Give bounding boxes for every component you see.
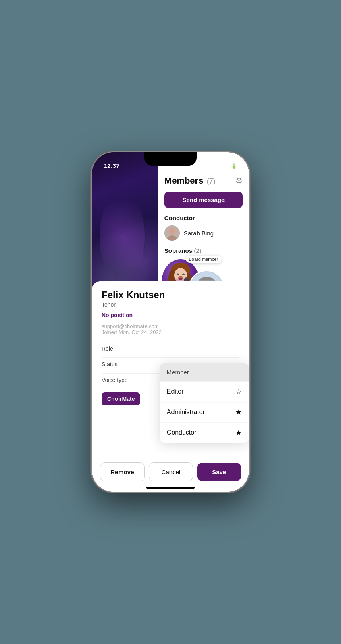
profile-email: support@choirmate.com xyxy=(102,323,239,329)
status-time: 12:37 xyxy=(104,162,119,169)
signal-icon: ●●● xyxy=(212,163,220,169)
dropdown-item-administrator[interactable]: Administrator ★ xyxy=(160,402,249,422)
members-header: Members (7) ⚙ xyxy=(164,175,243,186)
svg-point-1 xyxy=(169,228,175,234)
settings-icon[interactable]: ⚙ xyxy=(235,176,243,186)
notch xyxy=(144,152,197,166)
svg-point-8 xyxy=(177,274,179,275)
dropdown-item-conductor[interactable]: Conductor ★ xyxy=(160,422,249,443)
sarah-bing-name: Sarah Bing xyxy=(184,230,214,237)
conductor-star-icon: ★ xyxy=(235,428,242,437)
profile-detail-name: Felix Knutsen xyxy=(102,289,239,301)
conductor-label: Conductor xyxy=(167,429,197,436)
remove-button[interactable]: Remove xyxy=(100,462,145,481)
send-message-button[interactable]: Send message xyxy=(164,192,243,208)
members-count: (7) xyxy=(207,177,216,185)
profile-joined: Joined Mon, Oct 24, 2022 xyxy=(102,329,239,335)
dropdown-item-editor[interactable]: Editor ☆ xyxy=(160,381,249,402)
status-label: Status xyxy=(102,361,134,367)
administrator-star-icon: ★ xyxy=(235,408,242,417)
dropdown-current-value: Member xyxy=(160,363,249,381)
conductor-section-label: Conductor xyxy=(164,215,243,221)
choirmate-badge: ChoirMate xyxy=(102,392,140,405)
divider-1 xyxy=(102,342,239,342)
board-member-badge: Board member xyxy=(186,256,222,263)
administrator-label: Administrator xyxy=(167,409,205,416)
editor-label: Editor xyxy=(167,388,184,395)
conductor-member[interactable]: Sarah Bing xyxy=(164,225,243,241)
members-title: Members (7) xyxy=(164,175,216,186)
sarah-avatar-image xyxy=(164,225,180,241)
save-button[interactable]: Save xyxy=(197,463,241,481)
sarah-bing-avatar xyxy=(164,225,180,241)
no-position-label: No position xyxy=(102,312,239,318)
home-indicator[interactable] xyxy=(146,487,195,489)
svg-point-9 xyxy=(182,274,185,275)
profile-voice-type: Tenor xyxy=(102,301,239,308)
battery-icon: 🔋 xyxy=(231,163,237,169)
wifi-icon xyxy=(223,163,229,169)
editor-star-icon: ☆ xyxy=(235,387,242,396)
sopranos-section-label: Sopranos (2) xyxy=(164,247,243,254)
members-title-text: Members xyxy=(164,175,204,186)
role-dropdown[interactable]: Member Editor ☆ Administrator ★ Conducto… xyxy=(160,363,249,443)
phone-screen: 12:37 ●●● 🔋 xyxy=(92,152,249,492)
role-label: Role xyxy=(102,345,134,352)
status-icons: ●●● 🔋 xyxy=(212,163,237,169)
voice-type-label: Voice type xyxy=(102,377,134,383)
phone-frame: 12:37 ●●● 🔋 xyxy=(92,152,249,492)
cancel-button[interactable]: Cancel xyxy=(149,462,193,481)
